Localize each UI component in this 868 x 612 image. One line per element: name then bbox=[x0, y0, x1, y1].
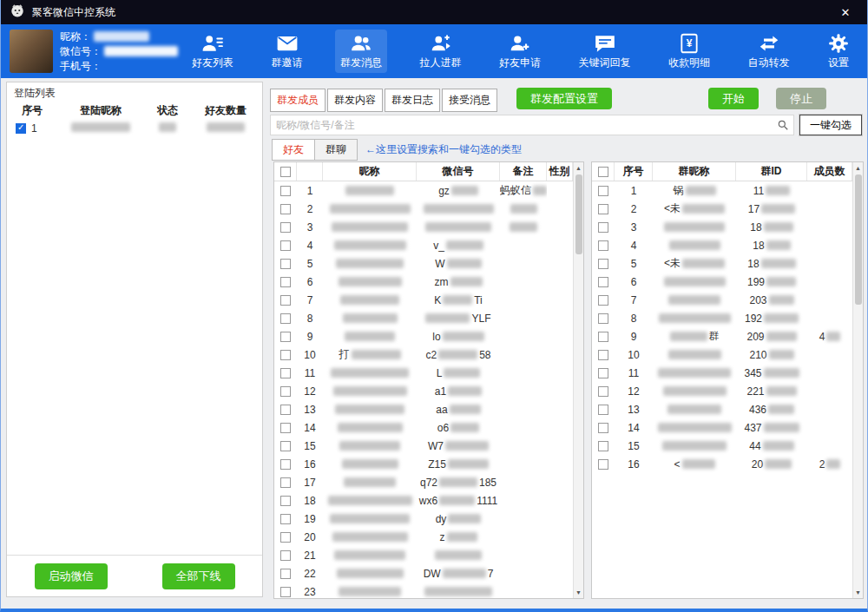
group-row[interactable]: 16<202 bbox=[592, 455, 852, 473]
groups-scroll-track[interactable] bbox=[853, 174, 863, 587]
friends-scroll-track[interactable] bbox=[574, 174, 583, 587]
group-row[interactable]: 5<未18 bbox=[592, 254, 852, 273]
friend-row-checkbox[interactable] bbox=[280, 496, 291, 506]
friend-row[interactable]: 1gz蚂蚁信 bbox=[274, 181, 573, 200]
nav-friend-request[interactable]: 好友申请 bbox=[494, 30, 546, 73]
mass-config-button[interactable]: 群发配置设置 bbox=[516, 88, 612, 109]
login-row-checkbox[interactable] bbox=[16, 123, 26, 134]
tab-receive-messages[interactable]: 接受消息 bbox=[442, 89, 497, 112]
friend-row[interactable]: 18wx61111 bbox=[274, 491, 573, 510]
friend-row[interactable]: 19dy bbox=[274, 510, 573, 528]
group-row-checkbox[interactable] bbox=[598, 350, 608, 360]
friend-row-checkbox[interactable] bbox=[280, 477, 291, 488]
friend-row-checkbox[interactable] bbox=[280, 405, 291, 415]
friend-row-checkbox[interactable] bbox=[280, 259, 291, 269]
start-wechat-button[interactable]: 启动微信 bbox=[35, 563, 108, 589]
group-row[interactable]: 418 bbox=[592, 236, 852, 254]
friend-row-checkbox[interactable] bbox=[280, 222, 291, 233]
group-row[interactable]: 2<未17 bbox=[592, 200, 852, 218]
close-button[interactable]: ✕ bbox=[832, 6, 858, 19]
friend-row[interactable]: 3 bbox=[274, 218, 573, 236]
friend-row[interactable]: 2 bbox=[274, 200, 573, 218]
friend-row-checkbox[interactable] bbox=[280, 423, 291, 433]
friend-row[interactable]: 14o6 bbox=[274, 418, 573, 437]
subtab-groups[interactable]: 群聊 bbox=[314, 139, 358, 161]
tab-mass-members[interactable]: 群发成员 bbox=[270, 89, 326, 112]
friend-row-checkbox[interactable] bbox=[280, 240, 291, 251]
friend-row-checkbox[interactable] bbox=[280, 386, 291, 397]
group-row[interactable]: 13436 bbox=[592, 400, 852, 418]
friend-row[interactable]: 11L bbox=[274, 364, 573, 382]
friend-row[interactable]: 8YLF bbox=[274, 309, 573, 327]
friend-row-checkbox[interactable] bbox=[280, 441, 291, 451]
friends-scroll-thumb[interactable] bbox=[575, 174, 582, 254]
group-row-checkbox[interactable] bbox=[598, 295, 608, 306]
scroll-down-icon[interactable]: ▼ bbox=[575, 587, 582, 598]
friend-row-checkbox[interactable] bbox=[280, 514, 291, 524]
friend-row-checkbox[interactable] bbox=[280, 277, 291, 287]
group-row[interactable]: 1锅11 bbox=[592, 181, 852, 200]
friend-row-checkbox[interactable] bbox=[280, 532, 291, 543]
search-input[interactable] bbox=[270, 115, 794, 135]
friend-row[interactable]: 7KTi bbox=[274, 291, 573, 309]
group-row-checkbox[interactable] bbox=[598, 332, 608, 342]
group-row-checkbox[interactable] bbox=[598, 405, 608, 415]
friend-row-checkbox[interactable] bbox=[280, 459, 291, 470]
nav-settings[interactable]: 设置 bbox=[822, 30, 855, 73]
group-row[interactable]: 6199 bbox=[592, 273, 852, 291]
group-row[interactable]: 10210 bbox=[592, 345, 852, 364]
scroll-up-icon[interactable]: ▲ bbox=[575, 162, 582, 174]
friend-row[interactable]: 21 bbox=[274, 546, 573, 564]
scroll-up-icon[interactable]: ▲ bbox=[855, 162, 861, 174]
friend-row-checkbox[interactable] bbox=[280, 295, 291, 306]
friends-select-all-checkbox[interactable] bbox=[280, 167, 291, 177]
friend-row[interactable]: 17q72185 bbox=[274, 473, 573, 491]
group-row[interactable]: 11345 bbox=[592, 364, 852, 382]
friend-row-checkbox[interactable] bbox=[280, 332, 291, 342]
group-row-checkbox[interactable] bbox=[598, 204, 608, 214]
stop-button[interactable]: 停止 bbox=[776, 88, 826, 109]
subtab-friends[interactable]: 好友 bbox=[272, 139, 315, 161]
friend-row-checkbox[interactable] bbox=[280, 587, 291, 597]
friends-scrollbar[interactable]: ▲ ▼ bbox=[573, 162, 583, 598]
friend-row[interactable]: 9lo bbox=[274, 327, 573, 345]
nav-keyword-reply[interactable]: 关键词回复 bbox=[574, 30, 636, 73]
group-row[interactable]: 318 bbox=[592, 218, 852, 236]
group-row[interactable]: 12221 bbox=[592, 382, 852, 400]
friend-row[interactable]: 15W7 bbox=[274, 437, 573, 455]
nav-group-invite[interactable]: 群邀请 bbox=[266, 30, 308, 73]
nav-auto-forward[interactable]: 自动转发 bbox=[743, 30, 795, 73]
group-row-checkbox[interactable] bbox=[598, 368, 608, 378]
group-row-checkbox[interactable] bbox=[598, 222, 608, 233]
groups-scrollbar[interactable]: ▲ ▼ bbox=[852, 162, 863, 598]
friend-row-checkbox[interactable] bbox=[280, 550, 291, 561]
group-row-checkbox[interactable] bbox=[598, 423, 608, 433]
friend-row[interactable]: 4v_ bbox=[274, 236, 573, 254]
friend-row-checkbox[interactable] bbox=[280, 350, 291, 360]
nav-payment-detail[interactable]: ¥收款明细 bbox=[663, 30, 715, 73]
friend-row[interactable]: 13aa bbox=[274, 400, 573, 418]
friend-row-checkbox[interactable] bbox=[280, 368, 291, 378]
groups-scroll-thumb[interactable] bbox=[855, 174, 862, 305]
one-key-select-button[interactable]: 一键勾选 bbox=[799, 115, 862, 135]
friend-row[interactable]: 22DW7 bbox=[274, 564, 573, 582]
group-row[interactable]: 7203 bbox=[592, 291, 852, 309]
friend-row[interactable]: 12a1 bbox=[274, 382, 573, 400]
friend-row[interactable]: 5W bbox=[274, 254, 573, 273]
group-row-checkbox[interactable] bbox=[598, 313, 608, 324]
friend-row-checkbox[interactable] bbox=[280, 313, 291, 324]
friend-row-checkbox[interactable] bbox=[280, 186, 291, 196]
search-icon[interactable] bbox=[777, 119, 789, 135]
groups-select-all-checkbox[interactable] bbox=[598, 167, 608, 177]
group-row-checkbox[interactable] bbox=[598, 441, 608, 451]
tab-mass-content[interactable]: 群发内容 bbox=[327, 89, 383, 112]
login-row[interactable]: 1 bbox=[7, 119, 262, 138]
scroll-down-icon[interactable]: ▼ bbox=[855, 587, 861, 598]
friend-row-checkbox[interactable] bbox=[280, 569, 291, 579]
friend-row[interactable]: 23 bbox=[274, 582, 573, 598]
friend-row[interactable]: 16Z15 bbox=[274, 455, 573, 473]
group-row-checkbox[interactable] bbox=[598, 240, 608, 251]
friend-row-checkbox[interactable] bbox=[280, 204, 291, 214]
group-row-checkbox[interactable] bbox=[598, 259, 608, 269]
nav-friend-list[interactable]: 好友列表 bbox=[187, 30, 239, 73]
